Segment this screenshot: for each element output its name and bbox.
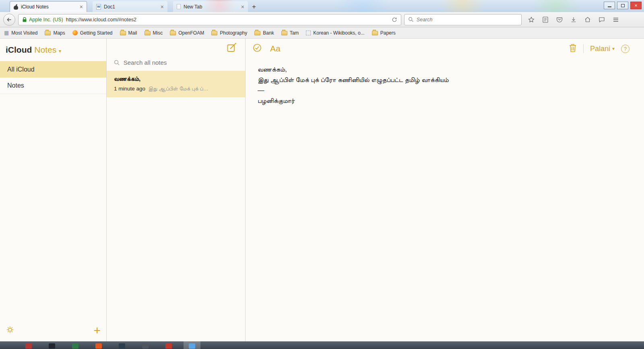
home-button[interactable] [584, 16, 591, 23]
bookmark-label: Tam [290, 30, 299, 36]
windows-taskbar [0, 341, 644, 349]
maximize-icon [621, 4, 625, 7]
note-editor-pane: Aa Palani▾ ? வணக்கம், இது ஆப்பிள் மேக் ப… [246, 39, 644, 341]
icloud-notes-app: iCloud Notes ▾ All iCloud Notes + [0, 39, 644, 341]
bookmark-star-button[interactable] [528, 16, 535, 23]
maximize-button[interactable] [617, 2, 628, 9]
checklist-button[interactable] [252, 43, 262, 54]
app-switcher[interactable]: Notes ▾ [34, 45, 61, 55]
sidebar-footer: + [0, 321, 106, 341]
tab-new-tab[interactable]: New Tab × [173, 1, 248, 12]
search-icon [408, 16, 414, 23]
bookmark-folder-photography[interactable]: Photography [211, 30, 247, 36]
url-bar[interactable]: Apple Inc. (US) https://www.icloud.com/#… [18, 14, 401, 25]
bookmark-folder-bank[interactable]: Bank [254, 30, 274, 36]
chat-button[interactable] [598, 16, 605, 23]
downloads-button[interactable] [570, 16, 577, 23]
bookmarks-list-icon [542, 16, 549, 23]
toolbar-divider [583, 44, 584, 53]
tab-close-icon[interactable]: × [80, 4, 83, 10]
browser-search-input[interactable] [417, 17, 518, 23]
bookmark-folder-papers[interactable]: Papers [372, 30, 396, 36]
delete-note-button[interactable] [569, 43, 577, 54]
minimize-button[interactable] [604, 2, 615, 9]
folders-sidebar: iCloud Notes ▾ All iCloud Notes + [0, 39, 107, 341]
format-text-button[interactable]: Aa [270, 44, 281, 53]
menu-button[interactable] [612, 16, 619, 23]
bookmark-most-visited[interactable]: ▦Most Visited [4, 30, 37, 36]
note-line: இது ஆப்பிள் மேக் புக் ப்ரோ கணினியில் எழு… [258, 74, 632, 85]
minimize-icon [608, 6, 611, 7]
sidebar-item-all-icloud[interactable]: All iCloud [0, 61, 106, 78]
browser-tab-strip: iCloud Notes × W Doc1 × New Tab × + × [0, 0, 644, 12]
list-toolbar [107, 39, 245, 55]
taskbar-app-button[interactable] [160, 341, 177, 349]
taskbar-app-button-active[interactable] [184, 341, 200, 349]
bookmark-korean-wikibooks[interactable]: Korean - Wikibooks, o... [306, 30, 364, 36]
browser-search-bar[interactable] [404, 14, 522, 25]
help-button[interactable]: ? [621, 45, 630, 53]
close-button[interactable]: × [630, 2, 642, 9]
reload-icon [392, 17, 397, 23]
new-folder-button[interactable]: + [93, 324, 101, 337]
bookmark-label: Photography [220, 30, 247, 36]
chevron-down-icon: ▾ [59, 48, 61, 54]
star-icon [528, 16, 535, 23]
note-content[interactable]: வணக்கம், இது ஆப்பிள் மேக் புக் ப்ரோ கணின… [246, 57, 644, 112]
notes-list-pane: வணக்கம், 1 minute ago இது ஆப்பிள் மேக் ப… [107, 39, 246, 341]
notes-search-input[interactable] [124, 59, 238, 66]
bookmark-folder-misc[interactable]: Misc [144, 30, 163, 36]
page-favicon-icon [177, 4, 181, 9]
search-icon [114, 60, 120, 66]
bookmark-label: Papers [380, 30, 396, 36]
new-tab-button[interactable]: + [252, 3, 256, 10]
bookmarks-toolbar: ▦Most Visited Maps Getting Started Mail … [0, 27, 644, 39]
note-list-item[interactable]: வணக்கம், 1 minute ago இது ஆப்பிள் மேக் ப… [107, 71, 245, 97]
taskbar-app-button[interactable] [90, 341, 107, 349]
compose-note-button[interactable] [226, 42, 237, 55]
bookmark-folder-openfoam[interactable]: OpenFOAM [170, 30, 204, 36]
back-button[interactable] [3, 14, 15, 26]
taskbar-app-button[interactable] [43, 341, 60, 349]
app-icon [72, 343, 78, 349]
taskbar-app-button[interactable] [114, 341, 130, 349]
bookmarks-menu-button[interactable] [542, 16, 549, 23]
note-line: பழனிக்குமார் [258, 95, 632, 106]
bookmark-folder-tam[interactable]: Tam [281, 30, 299, 36]
bookmark-label: Maps [53, 30, 65, 36]
download-icon [570, 16, 577, 23]
taskbar-app-button[interactable] [20, 341, 37, 349]
folder-icon [120, 31, 126, 35]
tab-title: New Tab [184, 4, 238, 10]
tab-icloud-notes[interactable]: iCloud Notes × [10, 1, 87, 12]
chat-bubble-icon [598, 16, 605, 23]
grid-icon: ▦ [4, 30, 9, 35]
settings-button[interactable] [6, 325, 14, 336]
notes-search-bar[interactable] [107, 55, 245, 71]
tab-title: Doc1 [104, 4, 158, 10]
note-item-time: 1 minute ago [114, 86, 145, 92]
folder-icon [170, 31, 176, 35]
url-text[interactable]: https://www.icloud.com/#notes2 [66, 17, 389, 23]
taskbar-app-button[interactable] [67, 341, 84, 349]
bookmark-label: Misc [153, 30, 163, 36]
app-icon [49, 343, 55, 349]
site-security-indicator[interactable]: Apple Inc. (US) [22, 17, 63, 23]
window-controls: × [604, 2, 642, 9]
tab-close-icon[interactable]: × [161, 4, 164, 10]
reload-button[interactable] [392, 17, 397, 23]
bookmark-folder-maps[interactable]: Maps [45, 30, 65, 36]
pocket-button[interactable] [556, 16, 563, 23]
app-icon [95, 343, 102, 349]
bookmark-folder-mail[interactable]: Mail [120, 30, 137, 36]
bookmark-getting-started[interactable]: Getting Started [72, 30, 113, 36]
note-item-meta: 1 minute ago இது ஆப்பிள் மேக் புக் ப்… [114, 86, 238, 92]
icloud-brand: iCloud [6, 45, 32, 55]
default-favicon-icon [306, 31, 311, 35]
tab-doc1[interactable]: W Doc1 × [93, 1, 167, 12]
sidebar-item-notes[interactable]: Notes [0, 78, 106, 94]
tab-close-icon[interactable]: × [241, 4, 244, 10]
gear-icon [6, 325, 14, 334]
account-menu[interactable]: Palani▾ [590, 45, 615, 53]
taskbar-app-button[interactable] [137, 341, 154, 349]
